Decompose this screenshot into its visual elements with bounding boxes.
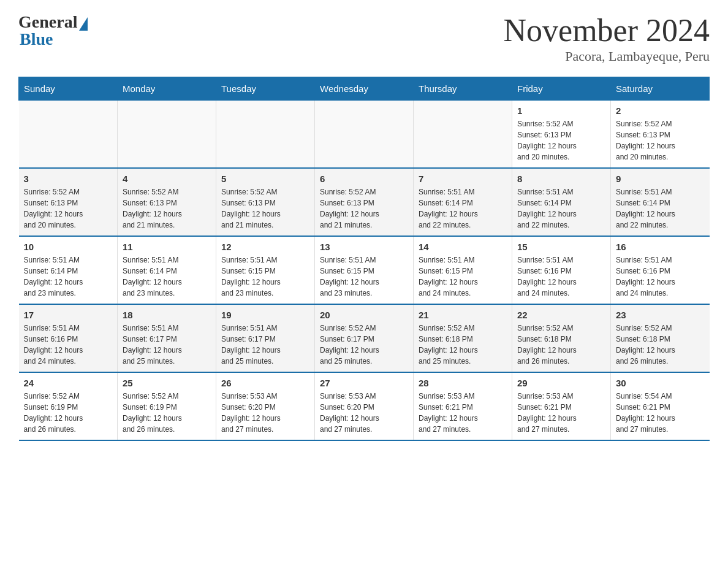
day-info: Sunrise: 5:52 AM Sunset: 6:13 PM Dayligh…	[320, 186, 408, 231]
calendar-cell: 15Sunrise: 5:51 AM Sunset: 6:16 PM Dayli…	[512, 236, 611, 304]
day-number: 17	[24, 310, 113, 320]
day-number: 8	[517, 174, 605, 184]
day-number: 13	[320, 242, 408, 252]
calendar-week-row: 3Sunrise: 5:52 AM Sunset: 6:13 PM Daylig…	[19, 168, 710, 236]
day-number: 12	[221, 242, 309, 252]
day-info: Sunrise: 5:51 AM Sunset: 6:14 PM Dayligh…	[24, 255, 113, 299]
calendar-cell: 10Sunrise: 5:51 AM Sunset: 6:14 PM Dayli…	[19, 236, 118, 304]
calendar-cell: 21Sunrise: 5:52 AM Sunset: 6:18 PM Dayli…	[414, 304, 512, 372]
weekday-header-tuesday: Tuesday	[216, 77, 315, 101]
calendar-cell: 18Sunrise: 5:51 AM Sunset: 6:17 PM Dayli…	[118, 304, 216, 372]
day-info: Sunrise: 5:51 AM Sunset: 6:15 PM Dayligh…	[320, 255, 408, 299]
calendar-cell: 12Sunrise: 5:51 AM Sunset: 6:15 PM Dayli…	[216, 236, 315, 304]
title-section: November 2024 Pacora, Lambayeque, Peru	[504, 12, 710, 64]
calendar-cell: 8Sunrise: 5:51 AM Sunset: 6:14 PM Daylig…	[512, 168, 611, 236]
calendar-cell: 17Sunrise: 5:51 AM Sunset: 6:16 PM Dayli…	[19, 304, 118, 372]
calendar-cell: 26Sunrise: 5:53 AM Sunset: 6:20 PM Dayli…	[216, 372, 315, 440]
day-number: 26	[221, 378, 309, 388]
day-info: Sunrise: 5:53 AM Sunset: 6:20 PM Dayligh…	[320, 391, 408, 435]
day-number: 10	[24, 242, 113, 252]
day-info: Sunrise: 5:51 AM Sunset: 6:16 PM Dayligh…	[616, 255, 705, 299]
day-info: Sunrise: 5:52 AM Sunset: 6:13 PM Dayligh…	[123, 186, 211, 231]
day-number: 18	[123, 310, 211, 320]
calendar-cell: 23Sunrise: 5:52 AM Sunset: 6:18 PM Dayli…	[611, 304, 710, 372]
day-info: Sunrise: 5:51 AM Sunset: 6:14 PM Dayligh…	[123, 255, 211, 299]
logo: General Blue	[18, 12, 88, 49]
calendar-cell: 6Sunrise: 5:52 AM Sunset: 6:13 PM Daylig…	[315, 168, 414, 236]
day-info: Sunrise: 5:51 AM Sunset: 6:17 PM Dayligh…	[221, 323, 309, 367]
day-number: 1	[517, 105, 605, 116]
calendar-cell	[19, 101, 118, 169]
day-info: Sunrise: 5:51 AM Sunset: 6:16 PM Dayligh…	[517, 255, 605, 299]
logo-triangle-icon	[79, 17, 88, 31]
day-info: Sunrise: 5:51 AM Sunset: 6:14 PM Dayligh…	[616, 186, 705, 231]
weekday-header-friday: Friday	[512, 77, 611, 101]
calendar-cell	[315, 101, 414, 169]
day-info: Sunrise: 5:53 AM Sunset: 6:20 PM Dayligh…	[221, 391, 309, 435]
day-info: Sunrise: 5:52 AM Sunset: 6:18 PM Dayligh…	[616, 323, 705, 367]
day-number: 19	[221, 310, 309, 320]
day-number: 27	[320, 378, 408, 388]
day-info: Sunrise: 5:52 AM Sunset: 6:13 PM Dayligh…	[616, 118, 705, 163]
calendar-cell: 7Sunrise: 5:51 AM Sunset: 6:14 PM Daylig…	[414, 168, 512, 236]
page-header: General Blue November 2024 Pacora, Lamba…	[18, 12, 710, 64]
calendar-week-row: 10Sunrise: 5:51 AM Sunset: 6:14 PM Dayli…	[19, 236, 710, 304]
calendar-cell: 25Sunrise: 5:52 AM Sunset: 6:19 PM Dayli…	[118, 372, 216, 440]
day-number: 3	[24, 174, 113, 184]
day-number: 22	[517, 310, 605, 320]
day-info: Sunrise: 5:51 AM Sunset: 6:14 PM Dayligh…	[419, 186, 507, 231]
day-info: Sunrise: 5:54 AM Sunset: 6:21 PM Dayligh…	[616, 391, 705, 435]
day-number: 5	[221, 174, 309, 184]
calendar-cell: 9Sunrise: 5:51 AM Sunset: 6:14 PM Daylig…	[611, 168, 710, 236]
calendar-cell: 24Sunrise: 5:52 AM Sunset: 6:19 PM Dayli…	[19, 372, 118, 440]
calendar-cell: 2Sunrise: 5:52 AM Sunset: 6:13 PM Daylig…	[611, 101, 710, 169]
day-number: 20	[320, 310, 408, 320]
day-number: 25	[123, 378, 211, 388]
day-info: Sunrise: 5:52 AM Sunset: 6:17 PM Dayligh…	[320, 323, 408, 367]
calendar-cell: 4Sunrise: 5:52 AM Sunset: 6:13 PM Daylig…	[118, 168, 216, 236]
day-info: Sunrise: 5:51 AM Sunset: 6:15 PM Dayligh…	[419, 255, 507, 299]
weekday-header-row: SundayMondayTuesdayWednesdayThursdayFrid…	[19, 77, 710, 101]
day-info: Sunrise: 5:52 AM Sunset: 6:19 PM Dayligh…	[24, 391, 113, 435]
calendar-week-row: 1Sunrise: 5:52 AM Sunset: 6:13 PM Daylig…	[19, 101, 710, 169]
weekday-header-sunday: Sunday	[19, 77, 118, 101]
location-title: Pacora, Lambayeque, Peru	[504, 48, 710, 64]
day-number: 7	[419, 174, 507, 184]
calendar-cell	[216, 101, 315, 169]
calendar-cell: 1Sunrise: 5:52 AM Sunset: 6:13 PM Daylig…	[512, 101, 611, 169]
day-number: 14	[419, 242, 507, 252]
calendar-cell: 29Sunrise: 5:53 AM Sunset: 6:21 PM Dayli…	[512, 372, 611, 440]
day-info: Sunrise: 5:52 AM Sunset: 6:18 PM Dayligh…	[419, 323, 507, 367]
day-number: 21	[419, 310, 507, 320]
day-info: Sunrise: 5:52 AM Sunset: 6:19 PM Dayligh…	[123, 391, 211, 435]
day-number: 16	[616, 242, 705, 252]
day-info: Sunrise: 5:51 AM Sunset: 6:17 PM Dayligh…	[123, 323, 211, 367]
calendar-cell: 28Sunrise: 5:53 AM Sunset: 6:21 PM Dayli…	[414, 372, 512, 440]
day-info: Sunrise: 5:52 AM Sunset: 6:13 PM Dayligh…	[517, 118, 605, 163]
calendar-cell: 30Sunrise: 5:54 AM Sunset: 6:21 PM Dayli…	[611, 372, 710, 440]
day-number: 28	[419, 378, 507, 388]
calendar-cell: 16Sunrise: 5:51 AM Sunset: 6:16 PM Dayli…	[611, 236, 710, 304]
calendar-week-row: 24Sunrise: 5:52 AM Sunset: 6:19 PM Dayli…	[19, 372, 710, 440]
calendar-cell: 22Sunrise: 5:52 AM Sunset: 6:18 PM Dayli…	[512, 304, 611, 372]
calendar-cell: 14Sunrise: 5:51 AM Sunset: 6:15 PM Dayli…	[414, 236, 512, 304]
day-info: Sunrise: 5:53 AM Sunset: 6:21 PM Dayligh…	[419, 391, 507, 435]
day-number: 11	[123, 242, 211, 252]
weekday-header-wednesday: Wednesday	[315, 77, 414, 101]
day-info: Sunrise: 5:51 AM Sunset: 6:16 PM Dayligh…	[24, 323, 113, 367]
weekday-header-monday: Monday	[118, 77, 216, 101]
day-info: Sunrise: 5:52 AM Sunset: 6:18 PM Dayligh…	[517, 323, 605, 367]
calendar-cell	[414, 101, 512, 169]
day-number: 6	[320, 174, 408, 184]
day-number: 9	[616, 174, 705, 184]
month-title: November 2024	[504, 12, 710, 48]
logo-blue-text: Blue	[18, 29, 53, 49]
day-info: Sunrise: 5:52 AM Sunset: 6:13 PM Dayligh…	[221, 186, 309, 231]
calendar-week-row: 17Sunrise: 5:51 AM Sunset: 6:16 PM Dayli…	[19, 304, 710, 372]
calendar-cell: 27Sunrise: 5:53 AM Sunset: 6:20 PM Dayli…	[315, 372, 414, 440]
day-info: Sunrise: 5:53 AM Sunset: 6:21 PM Dayligh…	[517, 391, 605, 435]
calendar-cell: 11Sunrise: 5:51 AM Sunset: 6:14 PM Dayli…	[118, 236, 216, 304]
calendar-cell: 3Sunrise: 5:52 AM Sunset: 6:13 PM Daylig…	[19, 168, 118, 236]
day-info: Sunrise: 5:52 AM Sunset: 6:13 PM Dayligh…	[24, 186, 113, 231]
calendar-cell: 13Sunrise: 5:51 AM Sunset: 6:15 PM Dayli…	[315, 236, 414, 304]
